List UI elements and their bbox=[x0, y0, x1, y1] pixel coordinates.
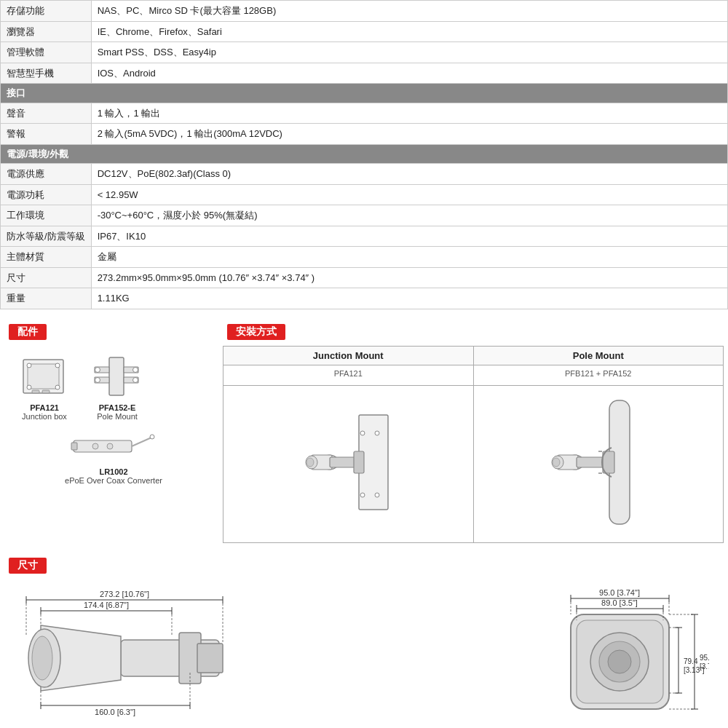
svg-text:[3.74"]: [3.74"] bbox=[700, 662, 709, 670]
list-item: PFA152-E Pole Mount bbox=[84, 353, 150, 421]
accessories-title: 配件 bbox=[9, 324, 47, 340]
svg-point-11 bbox=[95, 368, 100, 373]
spec-label: 瀏覽器 bbox=[1, 21, 92, 42]
accessories-col: 配件 bbox=[4, 317, 215, 492]
specs-table: 存儲功能NAS、PC、Mirco SD 卡(最大容量 128GB)瀏覽器IE、C… bbox=[0, 0, 728, 309]
spec-value: 2 輸入(5mA 5VDC)，1 輸出(300mA 12VDC) bbox=[91, 124, 727, 145]
spec-label: 智慧型手機 bbox=[1, 63, 92, 84]
svg-point-31 bbox=[375, 431, 379, 435]
svg-point-22 bbox=[107, 443, 113, 449]
svg-point-4 bbox=[27, 385, 31, 389]
spec-label: 管理軟體 bbox=[1, 42, 92, 63]
svg-rect-28 bbox=[330, 457, 355, 467]
svg-point-16 bbox=[133, 378, 138, 383]
accessory-pfa121-desc: Junction box bbox=[22, 412, 67, 421]
spec-value: < 12.95W bbox=[91, 184, 727, 205]
spec-label: 主體材質 bbox=[1, 247, 92, 268]
section-header: 接口 bbox=[1, 84, 728, 103]
spec-value: IE、Chrome、Firefox、Safari bbox=[91, 21, 727, 42]
svg-rect-29 bbox=[354, 451, 364, 473]
svg-rect-6 bbox=[32, 390, 39, 393]
spec-label: 工作環境 bbox=[1, 205, 92, 226]
svg-text:89.0 [3.5"]: 89.0 [3.5"] bbox=[601, 598, 638, 607]
pole-mount-header: Pole Mount bbox=[473, 346, 724, 365]
spec-value: -30°C~+60°C，濕度小於 95%(無凝結) bbox=[91, 205, 727, 226]
svg-point-3 bbox=[55, 363, 60, 368]
svg-text:273.2 [10.76"]: 273.2 [10.76"] bbox=[100, 590, 149, 598]
svg-rect-40 bbox=[603, 451, 614, 473]
svg-point-20 bbox=[150, 435, 154, 439]
svg-point-15 bbox=[95, 378, 100, 383]
junction-mount-header: Junction Mount bbox=[223, 346, 474, 365]
pole-mount-image bbox=[88, 353, 146, 400]
svg-rect-18 bbox=[71, 443, 77, 450]
svg-rect-8 bbox=[109, 357, 124, 395]
lr1002-image bbox=[70, 428, 157, 464]
accessory-lr1002-name: LR1002 bbox=[99, 467, 127, 476]
svg-point-5 bbox=[55, 385, 60, 389]
dims-row: 273.2 [10.76"] 174.4 [6.87"] bbox=[4, 585, 724, 729]
svg-text:95.0 [3.74"]: 95.0 [3.74"] bbox=[599, 588, 640, 597]
spec-label: 重量 bbox=[1, 288, 92, 309]
svg-text:174.4 [6.87"]: 174.4 [6.87"] bbox=[84, 601, 129, 609]
spec-value: NAS、PC、Mirco SD 卡(最大容量 128GB) bbox=[91, 1, 727, 22]
svg-text:79.4: 79.4 bbox=[684, 657, 698, 665]
svg-point-33 bbox=[375, 493, 379, 497]
dimensions-section: 尺寸 273.2 [10.76"] 174.4 [6.87"] bbox=[0, 550, 728, 729]
pole-mount-diagram bbox=[473, 385, 724, 542]
spec-value: 273.2mm×95.0mm×95.0mm (10.76″ ×3.74″ ×3.… bbox=[91, 267, 727, 288]
junction-box-image bbox=[15, 353, 74, 400]
svg-point-12 bbox=[133, 368, 138, 373]
accessories-items: PFA121 Junction box bbox=[4, 346, 215, 428]
spec-label: 存儲功能 bbox=[1, 1, 92, 22]
spec-value: Smart PSS、DSS、Easy4ip bbox=[91, 42, 727, 63]
svg-line-19 bbox=[132, 438, 151, 446]
junction-mount-diagram bbox=[223, 385, 474, 542]
spec-value: 1 輸入，1 輸出 bbox=[91, 103, 727, 124]
section-header: 電源/環境/外觀 bbox=[1, 144, 728, 164]
spec-value: 金屬 bbox=[91, 247, 727, 268]
spec-label: 警報 bbox=[1, 124, 92, 145]
svg-point-38 bbox=[553, 458, 560, 467]
spec-label: 尺寸 bbox=[1, 267, 92, 288]
install-col: 安裝方式 Junction Mount Pole Mount PFA121 PF… bbox=[223, 317, 724, 543]
accessories-install-section: 配件 bbox=[0, 317, 728, 543]
svg-point-55 bbox=[32, 636, 52, 680]
svg-point-27 bbox=[306, 458, 314, 467]
svg-rect-1 bbox=[28, 364, 59, 389]
accessory-lr1002-desc: ePoE Over Coax Converter bbox=[65, 476, 162, 485]
accessory-pfa152e-name: PFA152-E bbox=[99, 403, 136, 412]
svg-point-21 bbox=[92, 443, 98, 449]
spec-label: 聲音 bbox=[1, 103, 92, 124]
install-title: 安裝方式 bbox=[227, 324, 285, 340]
list-item: PFA121 Junction box bbox=[12, 353, 77, 421]
spec-value: 1.11KG bbox=[91, 288, 727, 309]
spec-label: 防水等級/防震等級 bbox=[1, 226, 92, 247]
accessory-pfa121-name: PFA121 bbox=[30, 403, 59, 412]
junction-mount-sub: PFA121 bbox=[223, 365, 474, 385]
svg-rect-53 bbox=[197, 644, 223, 673]
svg-rect-7 bbox=[42, 390, 50, 393]
spec-value: IP67、IK10 bbox=[91, 226, 727, 247]
side-view-diagram: 273.2 [10.76"] 174.4 [6.87"] bbox=[4, 585, 527, 729]
svg-rect-17 bbox=[74, 440, 132, 452]
svg-point-78 bbox=[608, 650, 631, 673]
svg-point-32 bbox=[360, 493, 365, 497]
accessory-pfa152e-desc: Pole Mount bbox=[97, 412, 138, 421]
install-table: Junction Mount Pole Mount PFA121 PFB121 … bbox=[223, 346, 724, 543]
svg-text:160.0 [6.3"]: 160.0 [6.3"] bbox=[95, 708, 135, 716]
front-view-diagram: 95.0 [3.74"] 89.0 [3.5"] 79.4 bbox=[542, 585, 724, 729]
spec-label: 電源功耗 bbox=[1, 184, 92, 205]
spec-value: DC12V、PoE(802.3af)(Class 0) bbox=[91, 164, 727, 185]
spec-value: IOS、Android bbox=[91, 63, 727, 84]
dimensions-title: 尺寸 bbox=[9, 558, 47, 574]
pole-mount-sub: PFB121 + PFA152 bbox=[473, 365, 724, 385]
svg-point-2 bbox=[27, 363, 31, 368]
spec-label: 電源供應 bbox=[1, 164, 92, 185]
svg-text:95.0: 95.0 bbox=[700, 654, 709, 662]
svg-point-30 bbox=[360, 431, 365, 435]
